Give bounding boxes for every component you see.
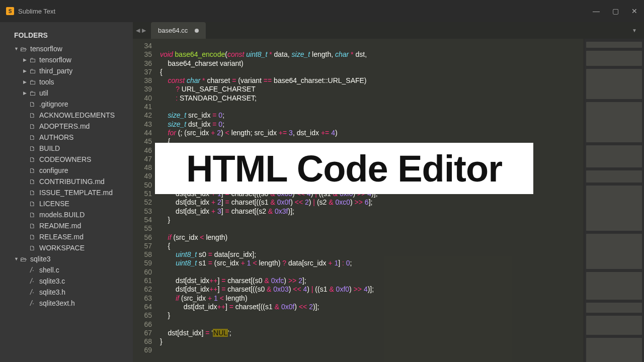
nav-forward-icon[interactable]: ▶ [142, 27, 146, 34]
minimap[interactable] [584, 39, 644, 362]
sidebar-item-tools[interactable]: ▶tools [0, 76, 133, 87]
sidebar-folder-tensorflow[interactable]: ▼tensorflow [0, 43, 133, 54]
code-line[interactable]: dst[dst_idx + 2] = charset[((s1 & 0x0f) … [160, 198, 584, 207]
minimap-block [586, 338, 642, 362]
dirty-indicator-icon [195, 29, 199, 33]
sidebar-item-WORKSPACE[interactable]: WORKSPACE [0, 242, 133, 253]
nav-back-icon[interactable]: ◀ [136, 27, 140, 34]
code-line[interactable]: dst[dst_idx + 3] = charset[(s2 & 0x3f)]; [160, 207, 584, 216]
titlebar: S Sublime Text — ▢ ✕ [0, 0, 644, 22]
file-icon [28, 156, 36, 163]
code-line[interactable]: ? URL_SAFE_CHARSET [160, 85, 584, 94]
line-number: 56 [133, 233, 152, 242]
sidebar-item-tensorflow[interactable]: ▶tensorflow [0, 54, 133, 65]
sidebar-item-sqlite3ext.h[interactable]: /·sqlite3ext.h [0, 298, 133, 309]
code-line[interactable]: dst[dst_idx] = 'NUL'; [160, 329, 584, 337]
item-label: WORKSPACE [39, 244, 85, 252]
code-line[interactable]: size_t src_idx = 0; [160, 111, 584, 120]
code-line[interactable]: size_t dst_idx = 0; [160, 120, 584, 129]
sidebar-item-README.md[interactable]: README.md [0, 220, 133, 231]
folder-icon [19, 255, 27, 263]
sidebar-item-util[interactable]: ▶util [0, 87, 133, 99]
line-number: 57 [133, 242, 152, 250]
folder-label: tensorflow [30, 45, 62, 53]
line-number: 42 [133, 111, 152, 120]
file-icon [28, 145, 36, 152]
item-label: CODEOWNERS [39, 155, 91, 163]
sidebar-item-ACKNOWLEDGMENTS[interactable]: ACKNOWLEDGMENTS [0, 110, 133, 121]
sidebar-item-third_party[interactable]: ▶third_party [0, 65, 133, 76]
code-line[interactable] [160, 268, 584, 277]
close-button[interactable]: ✕ [631, 8, 638, 15]
code-line[interactable] [160, 103, 584, 111]
code-line[interactable]: const char * charset = (variant == base6… [160, 76, 584, 85]
code-line[interactable]: base64_charset variant) [160, 59, 584, 68]
app-logo-icon: S [6, 7, 14, 15]
code-line[interactable]: if (src_idx + 1 < length) [160, 294, 584, 303]
code-line[interactable]: } [160, 337, 584, 346]
line-number: 67 [133, 329, 152, 337]
file-icon [28, 200, 36, 208]
sidebar-item-ISSUE_TEMPLATE.md[interactable]: ISSUE_TEMPLATE.md [0, 187, 133, 198]
sidebar-item-sqlite3.c[interactable]: /·sqlite3.c [0, 276, 133, 287]
item-label: ACKNOWLEDGMENTS [39, 111, 115, 119]
item-label: sqlite3.h [39, 288, 65, 296]
app-title: Sublime Text [18, 8, 593, 15]
code-line[interactable] [160, 346, 584, 354]
item-label: BUILD [39, 144, 60, 152]
file-icon [28, 101, 36, 108]
code-line[interactable]: void base64_encode(const uint8_t * data,… [160, 50, 584, 59]
code-line[interactable] [160, 320, 584, 329]
sidebar-item-sqlite3.h[interactable]: /·sqlite3.h [0, 287, 133, 298]
minimap-block [586, 145, 642, 167]
line-number: 68 [133, 337, 152, 346]
code-line[interactable] [160, 42, 584, 50]
folder-icon [28, 78, 36, 86]
code-line[interactable]: } [160, 311, 584, 320]
code-line[interactable]: dst[dst_idx++] = charset[((s1 & 0x0f) <<… [160, 303, 584, 311]
tab-menu-icon[interactable]: ▼ [632, 28, 637, 33]
sidebar-item-AUTHORS[interactable]: AUTHORS [0, 132, 133, 143]
tab-label: base64.cc [158, 27, 188, 34]
line-number: 55 [133, 224, 152, 233]
line-number: 66 [133, 320, 152, 329]
code-line[interactable]: } [160, 216, 584, 224]
line-number: 40 [133, 94, 152, 103]
sidebar-item-BUILD[interactable]: BUILD [0, 143, 133, 154]
code-line[interactable]: uint8_t s1 = (src_idx + 1 < length) ? da… [160, 259, 584, 267]
sidebar-item-CODEOWNERS[interactable]: CODEOWNERS [0, 154, 133, 165]
minimap-block [586, 42, 642, 48]
code-line[interactable]: { [160, 68, 584, 76]
code-line[interactable] [160, 224, 584, 233]
code-line[interactable]: : STANDARD_CHARSET; [160, 94, 584, 103]
code-line[interactable]: if (src_idx < length) [160, 233, 584, 242]
file-icon [28, 167, 36, 174]
overlay-banner: HTML Code Editor [155, 143, 533, 194]
tab-base64.cc[interactable]: base64.cc [151, 22, 206, 39]
sidebar-item-LICENSE[interactable]: LICENSE [0, 198, 133, 209]
minimize-button[interactable]: — [593, 8, 600, 15]
line-number: 39 [133, 85, 152, 94]
code-editor[interactable]: 3435363738394041424344454647484950515253… [133, 39, 644, 362]
code-line[interactable]: { [160, 242, 584, 250]
folder-sidebar[interactable]: FOLDERS ▼tensorflow▶tensorflow▶third_par… [0, 22, 133, 362]
sidebar-item-configure[interactable]: configure [0, 165, 133, 176]
sidebar-item-models.BUILD[interactable]: models.BUILD [0, 209, 133, 220]
minimap-block [586, 186, 642, 231]
item-label: README.md [39, 222, 81, 230]
sidebar-item-RELEASE.md[interactable]: RELEASE.md [0, 231, 133, 242]
code-line[interactable]: uint8_t s0 = data[src_idx]; [160, 250, 584, 259]
sidebar-item-.gitignore[interactable]: .gitignore [0, 99, 133, 110]
code-line[interactable]: for (; (src_idx + 2) < length; src_idx +… [160, 129, 584, 137]
sidebar-item-shell.c[interactable]: /·shell.c [0, 264, 133, 276]
code-line[interactable]: dst[dst_idx++] = charset[((s0 & 0x03) <<… [160, 285, 584, 294]
line-number: 63 [133, 294, 152, 303]
sidebar-folder-sqlite3[interactable]: ▼sqlite3 [0, 253, 133, 264]
line-number: 37 [133, 68, 152, 76]
sidebar-item-CONTRIBUTING.md[interactable]: CONTRIBUTING.md [0, 176, 133, 187]
tab-strip[interactable]: ◀ ▶ base64.cc ▼ [133, 22, 644, 39]
maximize-button[interactable]: ▢ [612, 8, 619, 15]
sidebar-item-ADOPTERS.md[interactable]: ADOPTERS.md [0, 121, 133, 132]
line-number: 45 [133, 137, 152, 146]
code-line[interactable]: dst[dst_idx++] = charset[(s0 & 0xfc) >> … [160, 277, 584, 285]
